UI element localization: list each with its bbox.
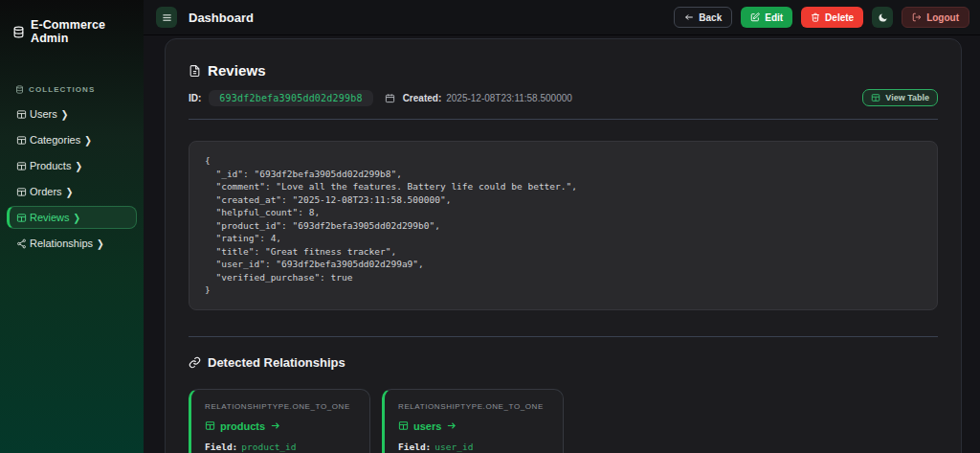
- sidebar-item-relationships[interactable]: Relationships ❯: [7, 232, 137, 255]
- database-icon: [12, 26, 25, 38]
- collections-section-label: COLLECTIONS: [29, 85, 95, 94]
- delete-button-label: Delete: [825, 12, 854, 23]
- edit-pencil-icon: [750, 12, 760, 22]
- created-label: Created:: [403, 93, 442, 103]
- table-icon: [16, 161, 27, 171]
- relationships-heading: Detected Relationships: [208, 355, 345, 370]
- sidebar-item-label: Relationships: [30, 238, 93, 249]
- share-nodes-icon: [16, 238, 27, 249]
- sidebar-item-products[interactable]: Products ❯: [7, 154, 137, 177]
- divider: [189, 336, 938, 337]
- moon-icon: [878, 12, 888, 23]
- arrow-right-icon: [270, 420, 280, 431]
- sidebar-item-label: Categories: [30, 134, 80, 146]
- app-title: E-Commerce Admin: [31, 18, 131, 45]
- table-icon: [205, 420, 215, 431]
- topbar: Dashboard Back Edit Delete Logout: [144, 0, 980, 35]
- relationship-target-link[interactable]: users: [398, 420, 549, 432]
- back-button[interactable]: Back: [674, 7, 732, 28]
- table-icon: [398, 420, 409, 431]
- chevron-right-icon: ❯: [97, 238, 104, 249]
- chevron-right-icon: ❯: [74, 212, 81, 223]
- app-logo: E-Commerce Admin: [0, 0, 144, 55]
- trash-icon: [811, 12, 820, 22]
- document-id-badge: 693df2befa3905dd02d299b8: [209, 90, 372, 106]
- relationship-card-users[interactable]: RELATIONSHIPTYPE.ONE_TO_ONE users Field:…: [382, 389, 564, 453]
- sidebar-item-categories[interactable]: Categories ❯: [7, 128, 137, 151]
- table-icon: [871, 93, 880, 102]
- chevron-right-icon: ❯: [66, 186, 74, 197]
- logout-icon: [912, 12, 922, 22]
- theme-toggle-button[interactable]: [872, 7, 893, 28]
- sidebar-item-reviews[interactable]: Reviews ❯: [7, 206, 137, 229]
- relationship-type: RELATIONSHIPTYPE.ONE_TO_ONE: [205, 402, 356, 411]
- chevron-right-icon: ❯: [75, 160, 82, 171]
- arrow-right-icon: [446, 420, 457, 431]
- document-icon: [189, 64, 201, 78]
- relationship-target-label: products: [220, 420, 265, 432]
- view-table-button[interactable]: View Table: [862, 89, 938, 106]
- relationship-cards: RELATIONSHIPTYPE.ONE_TO_ONE products Fie…: [189, 389, 938, 453]
- table-icon: [16, 187, 27, 197]
- document-title-row: Reviews: [189, 62, 938, 79]
- field-value: product_id: [241, 442, 296, 452]
- calendar-icon: [385, 93, 395, 103]
- edit-button[interactable]: Edit: [741, 7, 792, 28]
- divider: [189, 119, 938, 120]
- main-content: Reviews ID: 693df2befa3905dd02d299b8 Cre…: [144, 35, 980, 453]
- table-icon: [16, 213, 27, 223]
- edit-button-label: Edit: [765, 12, 783, 23]
- back-button-label: Back: [699, 12, 722, 23]
- sidebar-item-label: Orders: [30, 186, 62, 197]
- table-icon: [16, 135, 27, 146]
- relationship-type: RELATIONSHIPTYPE.ONE_TO_ONE: [398, 402, 549, 411]
- sidebar: E-Commerce Admin COLLECTIONS Users ❯ Cat…: [0, 0, 144, 453]
- relationship-target-link[interactable]: products: [205, 420, 356, 432]
- sidebar-nav: Users ❯ Categories ❯ Products ❯ Orders ❯…: [0, 100, 144, 258]
- relationships-heading-row: Detected Relationships: [189, 355, 938, 370]
- link-icon: [189, 356, 201, 369]
- sidebar-item-label: Reviews: [30, 212, 70, 223]
- relationship-field-row: Field:user_id: [398, 442, 549, 452]
- sidebar-item-orders[interactable]: Orders ❯: [7, 180, 137, 203]
- delete-button[interactable]: Delete: [801, 7, 863, 28]
- view-table-label: View Table: [885, 93, 929, 102]
- document-json-viewer[interactable]: { "_id": "693df2befa3905dd02d299b8", "co…: [189, 141, 938, 310]
- page-title: Dashboard: [189, 11, 254, 25]
- logout-button-label: Logout: [926, 12, 959, 23]
- created-value: 2025-12-08T23:11:58.500000: [446, 93, 572, 103]
- menu-icon: [162, 12, 172, 23]
- field-label: Field:: [398, 442, 431, 452]
- arrow-left-icon: [684, 12, 694, 22]
- database-icon: [15, 85, 24, 94]
- logout-button[interactable]: Logout: [902, 7, 969, 28]
- sidebar-item-users[interactable]: Users ❯: [7, 102, 137, 125]
- collections-section-header: COLLECTIONS: [0, 78, 144, 100]
- sidebar-item-label: Users: [30, 108, 57, 120]
- document-meta-row: ID: 693df2befa3905dd02d299b8 Created: 20…: [189, 89, 938, 106]
- menu-button[interactable]: [156, 7, 177, 28]
- table-icon: [16, 109, 27, 120]
- document-panel: Reviews ID: 693df2befa3905dd02d299b8 Cre…: [165, 38, 962, 453]
- field-label: Field:: [205, 442, 237, 452]
- collection-title: Reviews: [208, 62, 266, 79]
- field-value: user_id: [434, 442, 473, 452]
- sidebar-item-label: Products: [30, 160, 71, 171]
- relationship-target-label: users: [413, 420, 441, 432]
- chevron-right-icon: ❯: [61, 108, 69, 120]
- id-label: ID:: [189, 93, 201, 103]
- chevron-right-icon: ❯: [84, 134, 92, 146]
- relationship-card-products[interactable]: RELATIONSHIPTYPE.ONE_TO_ONE products Fie…: [189, 389, 370, 453]
- relationship-field-row: Field:product_id: [205, 442, 356, 452]
